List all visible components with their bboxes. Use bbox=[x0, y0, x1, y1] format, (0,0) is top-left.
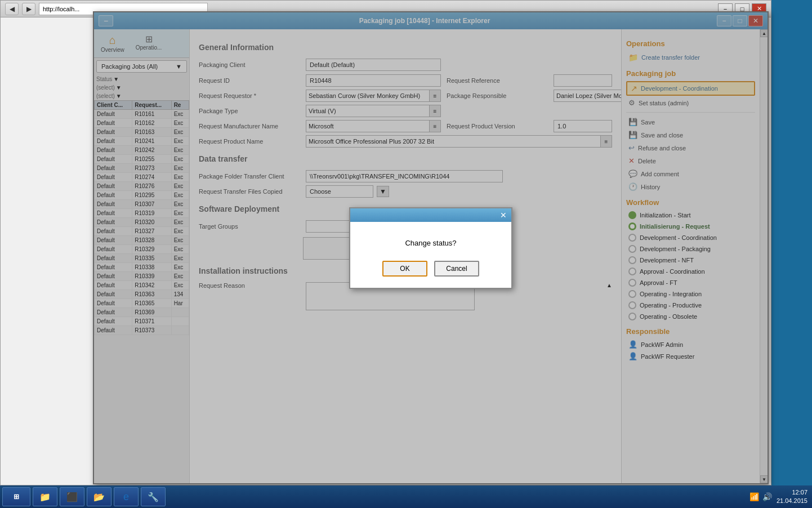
modal-cancel-button[interactable]: Cancel bbox=[434, 261, 479, 277]
start-button[interactable]: ⊞ bbox=[2, 487, 30, 506]
folder-btn[interactable]: 📂 bbox=[87, 487, 111, 506]
modal-dialog: ✕ Change status? OK Cancel bbox=[349, 207, 512, 289]
tools-btn[interactable]: 🔧 bbox=[141, 487, 166, 506]
taskbar-date: 21.04.2015 bbox=[777, 497, 807, 505]
modal-body: Change status? OK Cancel bbox=[350, 222, 511, 288]
network-icon: 📶 bbox=[749, 492, 759, 501]
modal-close-button[interactable]: ✕ bbox=[500, 211, 507, 220]
forward-button[interactable]: ▶ bbox=[22, 3, 35, 15]
modal-ok-button[interactable]: OK bbox=[382, 261, 427, 277]
volume-icon: 🔊 bbox=[762, 492, 772, 501]
ie-btn[interactable]: e bbox=[114, 487, 139, 506]
modal-titlebar: ✕ bbox=[350, 208, 511, 222]
taskbar: ⊞ 📁 ⬛ 📂 e 🔧 📶 🔊 12:07 21.04.2015 bbox=[0, 485, 812, 508]
terminal-btn[interactable]: ⬛ bbox=[60, 487, 84, 506]
taskbar-time: 12:07 bbox=[777, 488, 807, 497]
modal-overlay: ✕ Change status? OK Cancel bbox=[94, 12, 768, 483]
back-button[interactable]: ◀ bbox=[5, 3, 19, 15]
modal-question: Change status? bbox=[362, 239, 500, 247]
file-explorer-btn[interactable]: 📁 bbox=[33, 487, 57, 506]
taskbar-clock: 12:07 21.04.2015 bbox=[777, 488, 807, 506]
